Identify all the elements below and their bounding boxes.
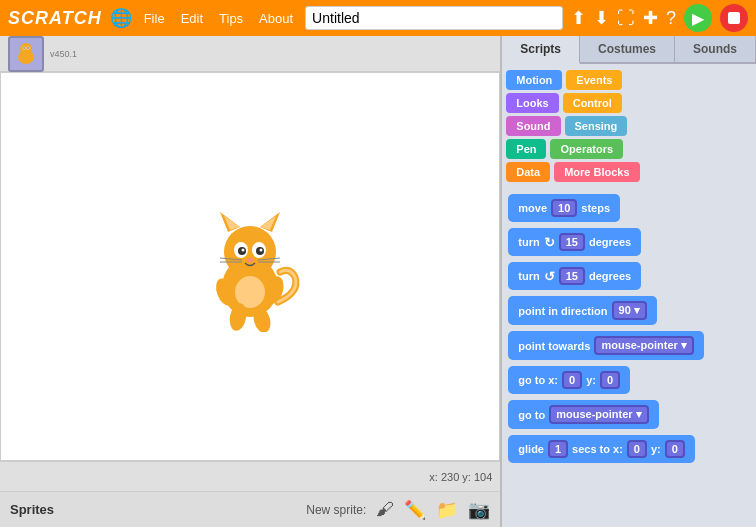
palette-row-1: Motion Events bbox=[506, 70, 752, 90]
block-goto-target-label: go to bbox=[518, 409, 545, 421]
palette-looks[interactable]: Looks bbox=[506, 93, 558, 113]
block-point-dir-label: point in direction bbox=[518, 305, 607, 317]
stop-icon bbox=[728, 12, 740, 24]
svg-point-7 bbox=[224, 226, 276, 278]
download-icon[interactable]: ⬇ bbox=[594, 7, 609, 29]
coords-text: x: 230 y: 104 bbox=[429, 471, 492, 483]
block-goto-x-val[interactable]: 0 bbox=[562, 371, 582, 389]
nav-about[interactable]: About bbox=[255, 9, 297, 28]
block-point-dir[interactable]: point in direction 90 ▾ bbox=[508, 296, 657, 325]
block-glide-secs-val[interactable]: 1 bbox=[548, 440, 568, 458]
upload-sprite-icon[interactable]: 📁 bbox=[436, 499, 458, 521]
turn-cw-icon: ↻ bbox=[544, 235, 555, 250]
block-move-suffix: steps bbox=[581, 202, 610, 214]
palette-motion[interactable]: Motion bbox=[506, 70, 562, 90]
block-point-towards-dropdown[interactable]: mouse-pointer ▾ bbox=[594, 336, 693, 355]
tab-scripts[interactable]: Scripts bbox=[502, 36, 580, 64]
palette-row-5: Data More Blocks bbox=[506, 162, 752, 182]
sprite-thumbnail bbox=[8, 36, 44, 72]
project-title-input[interactable] bbox=[305, 6, 563, 30]
palette-operators[interactable]: Operators bbox=[550, 139, 623, 159]
svg-point-4 bbox=[23, 47, 25, 49]
globe-icon[interactable]: 🌐 bbox=[110, 7, 132, 29]
sprites-bar: Sprites New sprite: 🖌 ✏️ 📁 📷 bbox=[0, 491, 500, 527]
block-point-towards[interactable]: point towards mouse-pointer ▾ bbox=[508, 331, 704, 360]
camera-sprite-icon[interactable]: 📷 bbox=[468, 499, 490, 521]
block-turn-ccw-label: turn bbox=[518, 270, 539, 282]
nav-file[interactable]: File bbox=[140, 9, 169, 28]
help-icon[interactable]: ? bbox=[666, 8, 676, 29]
block-turn-cw[interactable]: turn ↻ 15 degrees bbox=[508, 228, 641, 256]
new-sprite-label: New sprite: bbox=[306, 503, 366, 517]
edit-sprite-icon[interactable]: ✏️ bbox=[404, 499, 426, 521]
cat-sprite bbox=[190, 202, 310, 332]
palette-more-blocks[interactable]: More Blocks bbox=[554, 162, 639, 182]
block-glide-y-label: y: bbox=[651, 443, 661, 455]
nav-edit[interactable]: Edit bbox=[177, 9, 207, 28]
topbar: SCRATCH 🌐 File Edit Tips About ⬆ ⬇ ⛶ ✚ ?… bbox=[0, 0, 756, 36]
svg-point-5 bbox=[27, 47, 29, 49]
svg-point-1 bbox=[20, 43, 32, 55]
stage-coords: x: 230 y: 104 bbox=[0, 461, 500, 491]
block-goto-xy[interactable]: go to x: 0 y: 0 bbox=[508, 366, 630, 394]
block-turn-ccw-suffix: degrees bbox=[589, 270, 631, 282]
palette-pen[interactable]: Pen bbox=[506, 139, 546, 159]
turn-ccw-icon: ↺ bbox=[544, 269, 555, 284]
block-glide-y-val[interactable]: 0 bbox=[665, 440, 685, 458]
block-move-label: move bbox=[518, 202, 547, 214]
svg-point-18 bbox=[247, 258, 253, 262]
blocks-palette: Motion Events Looks Control Sound Sensin… bbox=[502, 64, 756, 188]
stage-header: v450.1 bbox=[0, 36, 500, 72]
palette-control[interactable]: Control bbox=[563, 93, 622, 113]
block-goto-xy-label: go to x: bbox=[518, 374, 558, 386]
svg-point-16 bbox=[242, 248, 245, 251]
palette-row-3: Sound Sensing bbox=[506, 116, 752, 136]
sprites-label: Sprites bbox=[10, 502, 54, 517]
block-glide-secs-label: secs to x: bbox=[572, 443, 623, 455]
block-turn-ccw-val[interactable]: 15 bbox=[559, 267, 585, 285]
version-label: v450.1 bbox=[50, 49, 77, 59]
block-turn-cw-suffix: degrees bbox=[589, 236, 631, 248]
block-point-dir-val[interactable]: 90 ▾ bbox=[612, 301, 647, 320]
tab-sounds[interactable]: Sounds bbox=[675, 36, 756, 62]
block-goto-y-val[interactable]: 0 bbox=[600, 371, 620, 389]
block-goto-target-dropdown[interactable]: mouse-pointer ▾ bbox=[549, 405, 648, 424]
palette-sensing[interactable]: Sensing bbox=[565, 116, 628, 136]
scratch-logo: SCRATCH bbox=[8, 8, 102, 29]
paint-sprite-icon[interactable]: 🖌 bbox=[376, 499, 394, 520]
stage-canvas bbox=[0, 72, 500, 461]
palette-row-4: Pen Operators bbox=[506, 139, 752, 159]
palette-data[interactable]: Data bbox=[506, 162, 550, 182]
block-turn-ccw[interactable]: turn ↺ 15 degrees bbox=[508, 262, 641, 290]
block-turn-cw-label: turn bbox=[518, 236, 539, 248]
fullscreen-icon[interactable]: ⛶ bbox=[617, 8, 635, 29]
block-glide[interactable]: glide 1 secs to x: 0 y: 0 bbox=[508, 435, 695, 463]
svg-point-17 bbox=[260, 248, 263, 251]
block-move[interactable]: move 10 steps bbox=[508, 194, 620, 222]
block-glide-label: glide bbox=[518, 443, 544, 455]
palette-row-2: Looks Control bbox=[506, 93, 752, 113]
stage-panel: v450.1 bbox=[0, 36, 500, 527]
green-flag-button[interactable]: ▶ bbox=[684, 4, 712, 32]
block-point-towards-label: point towards bbox=[518, 340, 590, 352]
block-turn-cw-val[interactable]: 15 bbox=[559, 233, 585, 251]
block-glide-x-val[interactable]: 0 bbox=[627, 440, 647, 458]
main-area: v450.1 bbox=[0, 36, 756, 527]
block-goto-y-label: y: bbox=[586, 374, 596, 386]
turbo-icon[interactable]: ✚ bbox=[643, 7, 658, 29]
palette-events[interactable]: Events bbox=[566, 70, 622, 90]
scripts-panel: Scripts Costumes Sounds Motion Events Lo… bbox=[500, 36, 756, 527]
nav-tips[interactable]: Tips bbox=[215, 9, 247, 28]
block-goto-target[interactable]: go to mouse-pointer ▾ bbox=[508, 400, 658, 429]
block-move-steps[interactable]: 10 bbox=[551, 199, 577, 217]
block-area: move 10 steps turn ↻ 15 degrees turn ↺ 1… bbox=[502, 188, 756, 527]
stop-button[interactable] bbox=[720, 4, 748, 32]
tab-costumes[interactable]: Costumes bbox=[580, 36, 675, 62]
upload-icon[interactable]: ⬆ bbox=[571, 7, 586, 29]
palette-sound[interactable]: Sound bbox=[506, 116, 560, 136]
tab-bar: Scripts Costumes Sounds bbox=[502, 36, 756, 64]
